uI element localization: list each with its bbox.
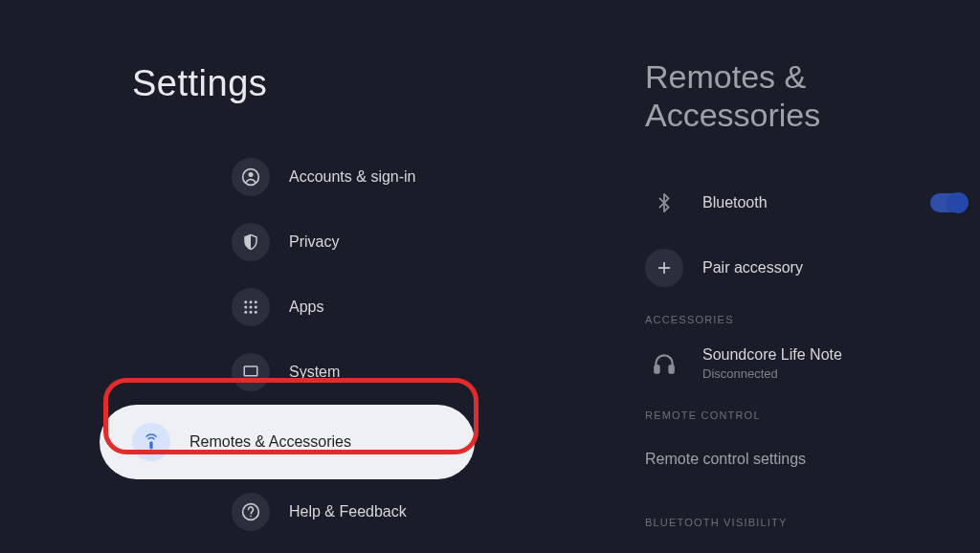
sidebar-item-label: Apps: [289, 299, 323, 316]
svg-point-5: [244, 306, 247, 309]
settings-menu: Accounts & sign-in Privacy Apps System: [0, 144, 570, 544]
accessory-name: Soundcore Life Note: [702, 346, 842, 364]
sidebar-item-privacy[interactable]: Privacy: [100, 210, 475, 275]
headphones-icon: [645, 344, 683, 383]
remote-settings-label: Remote control settings: [645, 451, 806, 468]
shield-icon: [232, 223, 270, 261]
svg-point-7: [255, 306, 257, 309]
settings-sidebar: Settings Accounts & sign-in Privacy Apps: [0, 0, 570, 553]
page-title: Settings: [132, 63, 570, 104]
sidebar-item-remotes[interactable]: Remotes & Accessories: [100, 405, 475, 479]
section-header-accessories: ACCESSORIES: [645, 314, 980, 325]
svg-point-3: [250, 300, 253, 303]
sidebar-item-apps[interactable]: Apps: [100, 275, 475, 340]
detail-panel: Remotes & Accessories Bluetooth Pair acc…: [570, 0, 980, 553]
svg-point-10: [255, 311, 257, 314]
sidebar-item-label: Privacy: [289, 233, 339, 251]
svg-point-2: [244, 300, 247, 303]
help-icon: [232, 493, 270, 531]
svg-rect-19: [669, 365, 673, 373]
svg-rect-13: [149, 441, 152, 449]
svg-rect-18: [655, 365, 658, 373]
svg-point-6: [250, 306, 253, 309]
sidebar-item-label: Accounts & sign-in: [289, 168, 416, 186]
sidebar-item-system[interactable]: System: [100, 340, 475, 405]
sidebar-item-label: Remotes & Accessories: [189, 433, 351, 451]
svg-point-4: [255, 300, 257, 303]
section-header-remote: REMOTE CONTROL: [645, 409, 980, 421]
account-icon: [232, 158, 270, 196]
sidebar-item-help[interactable]: Help & Feedback: [100, 479, 475, 544]
svg-point-15: [250, 516, 252, 518]
tv-icon: [232, 353, 270, 391]
pair-accessory-row[interactable]: Pair accessory: [570, 235, 980, 300]
remote-icon: [132, 423, 170, 461]
accessory-row[interactable]: Soundcore Life Note Disconnected: [570, 331, 980, 396]
plus-icon: [645, 249, 683, 287]
bluetooth-icon: [645, 184, 683, 222]
detail-title: Remotes & Accessories: [645, 57, 980, 134]
sidebar-item-accounts[interactable]: Accounts & sign-in: [100, 144, 475, 210]
section-header-visibility: BLUETOOTH VISIBILITY: [645, 517, 980, 528]
accessory-status: Disconnected: [702, 366, 842, 381]
sidebar-item-label: System: [289, 364, 340, 381]
bluetooth-label: Bluetooth: [702, 194, 768, 211]
sidebar-item-label: Help & Feedback: [289, 503, 407, 520]
svg-point-1: [249, 172, 254, 177]
bluetooth-toggle[interactable]: [930, 193, 967, 212]
svg-point-9: [250, 311, 253, 314]
svg-point-8: [244, 311, 247, 314]
apps-grid-icon: [232, 288, 270, 326]
svg-rect-11: [244, 366, 257, 376]
bluetooth-row[interactable]: Bluetooth: [570, 170, 980, 235]
remote-settings-row[interactable]: Remote control settings: [570, 427, 980, 492]
pair-label: Pair accessory: [702, 259, 803, 276]
